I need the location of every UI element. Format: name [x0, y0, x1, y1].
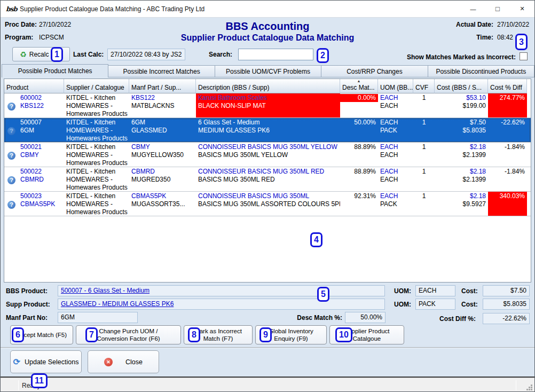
column-header[interactable]: Supplier / Catalogue [64, 79, 129, 93]
maximize-button[interactable]: □ [485, 1, 510, 18]
question-icon: ? [7, 152, 15, 160]
manf-part-cell: CBMAS5PKMUGASSORT35... [129, 192, 196, 216]
annotation-box-11: 11 [31, 373, 48, 388]
tab-possible-incorrect-matches[interactable]: Possible Incorrect Matches [108, 65, 215, 77]
description-cell: CONNOISSEUR BASICS MUG 350ML REDBASICS M… [196, 167, 340, 191]
manf-part-label: Manf Part No: [6, 314, 48, 322]
product-cell: ?600002KBS122 [4, 93, 64, 117]
cost1-label: Cost: [461, 287, 478, 295]
tab-cost-rrp-changes[interactable]: Cost/RRP Changes [321, 65, 428, 77]
desc-match-cell: 88.89% [340, 167, 378, 191]
close-button[interactable]: ✕ Close [88, 350, 159, 373]
actual-date-label: Actual Date: [452, 21, 493, 28]
column-header[interactable]: Description (BBS / Supp) [196, 79, 340, 93]
uom-cell: EACHPACK [378, 118, 413, 142]
status-bar: Ready [1, 378, 534, 392]
app-window: bsb Supplier Product Catalogue Data Matc… [0, 0, 535, 392]
resize-grip-icon[interactable] [526, 385, 532, 390]
supplier-cell: KITDEL - KitchenHOMEWARES -Homewares Pro… [64, 118, 129, 142]
manf-part-cell: 6GMGLASSMED [129, 118, 196, 142]
tab-possible-discontinued-products[interactable]: Possible Discontinued Products [428, 65, 534, 77]
cost-diff-cell: -1.84% [488, 167, 527, 191]
annotation-box-7: 7 [85, 327, 98, 342]
last-calc-field: 27/10/2022 08:43 by JS2 [107, 49, 185, 60]
question-icon: ? [7, 127, 15, 135]
column-header[interactable]: UOM (BB... [378, 79, 413, 93]
table-row[interactable]: ?500023CBMAS5PKKITDEL - KitchenHOMEWARES… [4, 192, 531, 216]
app-logo-icon: bsb [6, 5, 17, 13]
tab-possible-uom-cvf-problems[interactable]: Possible UOM/CVF Problems [215, 65, 321, 77]
annotation-box-4: 4 [310, 232, 322, 247]
supp-product-link[interactable]: GLASSMED - MEDIUM GLASSES PK6 [58, 299, 385, 310]
minimize-button[interactable]: — [461, 1, 485, 18]
annotation-box-1: 1 [51, 47, 63, 62]
supplier-cell: KITDEL - KitchenHOMEWARES -Homewares Pro… [64, 192, 129, 216]
question-icon: ? [7, 201, 15, 209]
column-header[interactable]: CVF [413, 79, 435, 93]
cost-diff-field: -22.62% [483, 313, 530, 324]
cost-cell: $7.50$5.8035 [435, 118, 488, 142]
question-icon: ? [7, 176, 15, 184]
product-cell: ?500023CBMAS5PK [4, 192, 64, 216]
product-cell: ?500021CBMY [4, 143, 64, 167]
statusbar-divider [516, 380, 516, 390]
desc-match-cell: 88.89% [340, 143, 378, 167]
cost-diff-cell: -1.84% [488, 143, 527, 167]
cost2-label: Cost: [461, 301, 478, 308]
annotation-box-6: 6 [12, 327, 24, 342]
close-button-label: Close [125, 358, 143, 366]
cost-cell: $2.18$2.1399 [435, 143, 488, 167]
uom-cell: EACHPACK [378, 192, 413, 216]
manf-part-cell: KBS122MATBLACKNS [129, 93, 196, 117]
uom2-field: PACK [415, 299, 455, 310]
tab-bar: Possible Product Matches Possible Incorr… [2, 64, 534, 77]
table-row[interactable]: ?5000076GMKITDEL - KitchenHOMEWARES -Hom… [4, 118, 531, 143]
cvf-cell: 1 [413, 167, 435, 191]
description-cell: 6 Glass Set - MediumMEDIUM GLASSES PK6 [196, 118, 340, 142]
column-header[interactable]: Desc Mat...▲ [340, 79, 378, 93]
supplier-cell: KITDEL - KitchenHOMEWARES -Homewares Pro… [64, 167, 129, 191]
cost2-field: $5.8035 [483, 299, 530, 310]
bbs-product-link[interactable]: 500007 - 6 Glass Set - Medium [58, 285, 385, 296]
column-header[interactable]: Product [4, 79, 64, 93]
supplier-cell: KITDEL - KitchenHOMEWARES -Homewares Pro… [64, 143, 129, 167]
cost-cell: $2.18$9.5927 [435, 192, 488, 216]
actual-date-value: 27/10/2022 [497, 21, 529, 28]
cost-diff-label: Cost Diff %: [377, 315, 476, 323]
question-icon: ? [7, 103, 15, 111]
table-header: ProductSupplier / CatalogueManf Part / S… [4, 79, 531, 93]
description-cell: Karusi Bathroom ScalesBLACK NON-SLIP MAT [196, 93, 340, 117]
uom1-label: UOM: [394, 287, 411, 295]
tab-possible-product-matches[interactable]: Possible Product Matches [2, 64, 108, 77]
cost-diff-cell: 274.77% [488, 93, 527, 117]
close-window-button[interactable]: ✕ [510, 1, 534, 18]
cost-diff-cell: -22.62% [488, 118, 527, 142]
column-header[interactable]: Cost (BBS / S... [435, 79, 488, 93]
refresh-icon: ⟳ [13, 357, 20, 367]
description-cell: CONNOISSEUR BASICS MUG 350MLBASICS MUG 3… [196, 192, 340, 216]
matches-table: ProductSupplier / CatalogueManf Part / S… [4, 79, 531, 283]
annotation-box-8: 8 [188, 327, 200, 342]
supp-product-label: Supp Product: [6, 301, 50, 308]
table-row[interactable]: ?500021CBMYKITDEL - KitchenHOMEWARES -Ho… [4, 143, 531, 167]
cvf-cell: 1 [413, 93, 435, 117]
table-row[interactable]: ?600002KBS122KITDEL - KitchenHOMEWARES -… [4, 93, 531, 118]
table-body: ?600002KBS122KITDEL - KitchenHOMEWARES -… [4, 93, 531, 216]
update-selections-button[interactable]: ⟳ Update Selections [10, 350, 82, 373]
statusbar-divider [18, 380, 19, 390]
uom-cell: EACHEACH [378, 143, 413, 167]
last-calc-label: Last Calc: [73, 51, 104, 58]
column-header[interactable]: Manf Part / Sup... [129, 79, 196, 93]
search-input[interactable] [238, 49, 313, 60]
cvf-cell: 1 [413, 192, 435, 216]
table-row[interactable]: ?500022CBMRDKITDEL - KitchenHOMEWARES -H… [4, 167, 531, 192]
show-matches-checkbox[interactable] [520, 52, 528, 60]
desc-match-cell: 92.31% [340, 192, 378, 216]
show-matches-label: Show Matches Marked as Incorrect: [356, 53, 516, 61]
cvf-cell: 1 [413, 143, 435, 167]
column-header[interactable]: Cost % Diff [488, 79, 527, 93]
desc-match-cell: 50.00% [340, 118, 378, 142]
cost-cell: $2.18$2.1399 [435, 167, 488, 191]
sort-asc-icon: ▲ [357, 79, 361, 83]
time-label: Time: [452, 34, 493, 41]
